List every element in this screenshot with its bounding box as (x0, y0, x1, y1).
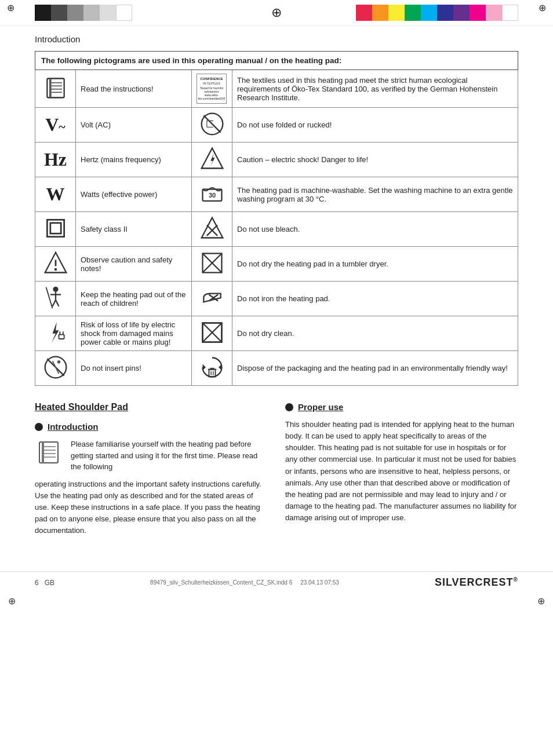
svg-point-24 (53, 287, 58, 292)
left-text-cell: Volt (AC) (76, 108, 192, 143)
no-iron-icon (199, 285, 225, 311)
left-text: Read the instructions! (81, 85, 154, 93)
table-header: The following pictograms are used in thi… (35, 52, 518, 70)
swatch (356, 5, 372, 21)
right-text: Do not dry the heating pad in a tumbler … (237, 260, 388, 268)
left-text-cell: Observe caution and safety notes! (76, 247, 192, 282)
hz-icon: Hz (44, 149, 67, 170)
swatch (100, 5, 116, 21)
no-dryclean-icon (199, 320, 225, 345)
no-fold-icon (199, 111, 225, 137)
swatch (51, 5, 67, 21)
oeko-tex-icon: CONFIDENCE IN TEXTILES Tested for harmfu… (197, 74, 227, 104)
watt-icon: W (46, 184, 65, 204)
swatch (67, 5, 83, 21)
svg-marker-32 (51, 322, 59, 344)
safety-class-2-icon (43, 216, 68, 241)
children-icon (43, 285, 68, 311)
swatch (35, 5, 51, 21)
left-text-cell: Keep the heating pad out of the reach of… (76, 282, 192, 316)
right-text: Do not use bleach. (237, 225, 300, 233)
proper-use-body: This shoulder heating pad is intended fo… (285, 419, 518, 524)
svg-rect-1 (49, 78, 52, 97)
swatch (83, 5, 100, 21)
no-pins-icon (43, 355, 68, 380)
svg-rect-46 (209, 370, 215, 377)
caution-icon (43, 250, 68, 276)
left-text-cell: Hertz (mains frequency) (76, 143, 192, 177)
swatch (470, 5, 486, 21)
right-column: Proper use This shoulder heating pad is … (285, 402, 518, 536)
table-row: Keep the heating pad out of the reach of… (35, 282, 518, 316)
pictogram-table: The following pictograms are used in thi… (35, 51, 518, 386)
svg-text:30: 30 (208, 192, 215, 199)
left-column: Heated Shoulder Pad Introduction (35, 402, 268, 536)
recycle-icon (199, 355, 225, 380)
crosshair-left: ⊕ (7, 2, 14, 13)
intro-title: Introduction (35, 34, 518, 44)
crosshair-bottom-left: ⊕ (8, 596, 16, 607)
table-row: Hz Hertz (mains frequency) Caution – ele… (35, 143, 518, 177)
swatch (453, 5, 470, 21)
icon-cell (35, 212, 76, 247)
swatch (388, 5, 405, 21)
no-tumble-icon (199, 250, 225, 276)
icon-cell-right (192, 212, 232, 247)
intro-first-para: Please familiarise yourself with the hea… (71, 439, 268, 473)
wash-30-icon: 30 (199, 181, 225, 206)
table-row: W Watts (effective power) 30 The heating… (35, 177, 518, 212)
svg-rect-33 (59, 335, 64, 339)
right-text: Caution – electric shock! Danger to life… (237, 155, 368, 164)
swatch (486, 5, 502, 21)
left-text: Volt (AC) (81, 120, 111, 129)
svg-line-29 (46, 287, 52, 309)
swatch (116, 5, 132, 21)
svg-line-27 (52, 300, 56, 306)
icon-cell-right: 30 (192, 177, 232, 212)
brand-name-2: CREST (475, 576, 514, 588)
bottom-section: Heated Shoulder Pad Introduction (35, 402, 518, 536)
proper-use-label: Proper use (298, 402, 343, 412)
table-row: V~ Volt (AC) Do not use folded or rucked… (35, 108, 518, 143)
electric-risk-icon (43, 320, 68, 345)
icon-cell (35, 282, 76, 316)
introduction-label: Introduction (48, 422, 98, 432)
svg-rect-52 (42, 442, 44, 463)
right-text-cell: Do not use folded or rucked! (232, 108, 518, 143)
svg-marker-15 (201, 218, 223, 238)
svg-marker-10 (210, 154, 214, 166)
crosshair-center: ⊕ (271, 5, 282, 20)
table-row: Safety class II Do not use bleach. (35, 212, 518, 247)
icon-cell-right (192, 351, 232, 386)
right-text-cell: Do not use bleach. (232, 212, 518, 247)
intro-book-icon (35, 439, 65, 473)
footer: 6 GB 89479_silv_Schulterheizkissen_Conte… (0, 571, 553, 593)
no-bleach-icon (199, 216, 225, 241)
swatch (405, 5, 421, 21)
svg-marker-45 (202, 364, 206, 371)
left-text: Risk of loss of life by electric shock f… (81, 320, 175, 346)
volt-icon: V~ (45, 114, 66, 135)
bullet-icon (35, 423, 43, 431)
brand-sup: ® (514, 576, 518, 583)
page-lang: GB (45, 579, 54, 587)
right-text-cell: Do not dry clean. (232, 316, 518, 351)
table-row: Risk of loss of life by electric shock f… (35, 316, 518, 351)
left-text: Watts (effective power) (81, 190, 157, 199)
right-text: The textiles used in this heating pad me… (237, 76, 497, 102)
bullet-icon-right (285, 403, 293, 411)
left-text: Observe caution and safety notes! (81, 255, 172, 273)
heated-shoulder-pad-heading: Heated Shoulder Pad (35, 402, 268, 412)
introduction-subheading: Introduction (35, 422, 268, 432)
icon-cell-right (192, 316, 232, 351)
brand-name: SILVER (435, 576, 475, 588)
footer-page: 6 GB (35, 579, 54, 587)
table-row: Read the instructions! CONFIDENCE IN TEX… (35, 70, 518, 108)
introduction-block: Please familiarise yourself with the hea… (35, 439, 268, 473)
svg-rect-14 (50, 223, 60, 233)
right-text-cell: Do not iron the heating pad. (232, 282, 518, 316)
icon-cell-right: CONFIDENCE IN TEXTILES Tested for harmfu… (192, 70, 232, 108)
right-text: Do not dry clean. (237, 329, 294, 338)
crosshair-bottom-right: ⊕ (537, 596, 545, 607)
introduction-body: operating instructions and the important… (35, 479, 268, 537)
